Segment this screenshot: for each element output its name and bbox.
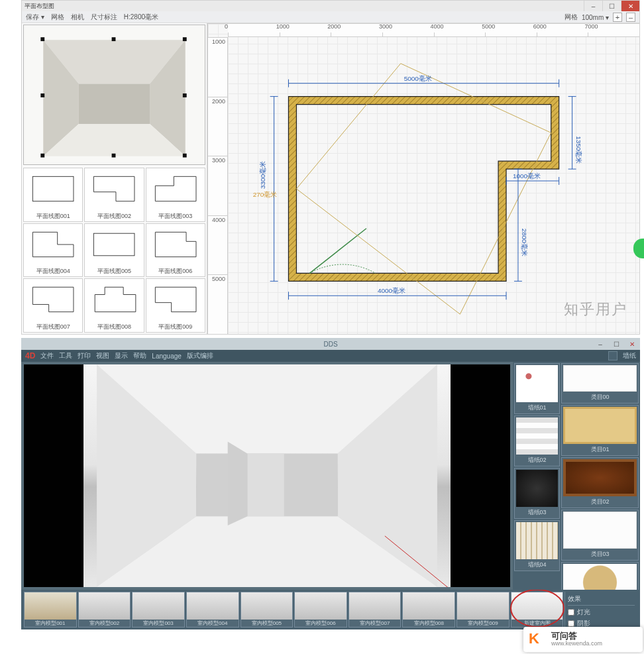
asset-thumb-new[interactable]: 新建室内图 (511, 592, 564, 627)
svg-rect-13 (183, 154, 187, 158)
bottom-window-title: DDS (323, 341, 337, 348)
left-panel: 平面线图001 平面线图002 平面线图003 平面线图004 平面线图005 … (22, 23, 207, 334)
grid-unit-dropdown[interactable]: 100mm ▾ (582, 14, 609, 21)
svg-text:5000毫米: 5000毫米 (404, 75, 432, 82)
kewenda-badge[interactable]: K 可问答 www.kewenda.com (523, 627, 643, 652)
top-menubar: 保存 ▾ 网格 相机 尺寸标注 H:2800毫米 (22, 11, 639, 23)
menu-view[interactable]: 视图 (96, 351, 109, 360)
minimize-button[interactable]: – (584, 1, 602, 11)
svg-text:270毫米: 270毫米 (253, 191, 278, 198)
svg-rect-9 (40, 93, 44, 97)
template-thumb[interactable]: 平面线图008 (84, 278, 144, 333)
template-thumb[interactable]: 平面线图009 (146, 278, 205, 333)
maximize-button[interactable]: ☐ (602, 1, 621, 11)
svg-marker-50 (228, 442, 248, 525)
bottom-titlebar[interactable]: DDS – ☐ ✕ (21, 338, 640, 350)
zhihu-watermark: 知乎用户 (564, 300, 627, 319)
material-swatch[interactable]: 类目01 (561, 405, 639, 456)
menu-show[interactable]: 显示 (115, 351, 128, 360)
grid-icon[interactable] (608, 351, 617, 360)
top-titlebar[interactable]: 平面布型图 – ☐ ✕ (22, 1, 639, 11)
asset-thumb[interactable]: 室内模型001 (24, 592, 77, 627)
material-swatch[interactable]: 墙纸03 (514, 468, 560, 519)
effects-panel: 效果 灯光 阴影 (564, 592, 637, 627)
material-swatch[interactable]: 类目00 (561, 363, 639, 404)
badge-url: www.kewenda.com (551, 641, 602, 647)
zoom-out-button[interactable]: – (626, 13, 635, 22)
light-toggle[interactable]: 灯光 (568, 608, 635, 617)
material-swatch[interactable]: 墙纸02 (514, 415, 560, 466)
menu-file[interactable]: 保存 ▾ (26, 13, 44, 22)
category-column: 类目00 类目01 类目02 类目03 类目04 (561, 363, 639, 588)
svg-rect-12 (112, 154, 116, 158)
dimensions: 5000毫米 1350毫米 1000毫米 2800毫米 4000毫米 3300毫… (253, 75, 582, 300)
wallpaper-column: 墙纸01 墙纸02 墙纸03 墙纸04 (514, 363, 560, 588)
svg-line-18 (309, 229, 366, 274)
material-swatch[interactable]: 类目02 (561, 457, 639, 508)
floorplan-canvas[interactable]: 0 1000 2000 3000 4000 5000 6000 7000 100… (207, 23, 639, 334)
menu-layout[interactable]: 版式编排 (187, 351, 213, 360)
viewport-right-margin (451, 364, 510, 587)
material-swatch[interactable]: 墙纸04 (514, 520, 560, 571)
menu-camera[interactable]: 相机 (71, 13, 84, 22)
material-swatch[interactable]: 类目03 (561, 510, 639, 561)
template-thumb[interactable]: 平面线图006 (146, 223, 205, 278)
asset-thumb[interactable]: 室内模型002 (78, 592, 131, 627)
svg-rect-14 (32, 176, 74, 201)
asset-thumb[interactable]: 室内模型009 (456, 592, 510, 627)
door[interactable] (309, 229, 376, 274)
bottom-menubar: 4D 文件 工具 打印 视图 显示 帮助 Language 版式编排 墙纸 (21, 350, 640, 362)
svg-text:2800毫米: 2800毫米 (521, 229, 528, 256)
bottom-app-window: DDS – ☐ ✕ 4D 文件 工具 打印 视图 显示 帮助 Language … (21, 338, 640, 629)
template-thumb[interactable]: 平面线图003 (146, 168, 205, 222)
close-button[interactable]: ✕ (624, 338, 640, 350)
template-thumb[interactable]: 平面线图005 (84, 223, 144, 278)
svg-rect-10 (183, 93, 187, 97)
svg-rect-8 (183, 37, 187, 41)
asset-thumb[interactable]: 室内模型008 (402, 592, 455, 627)
menu-dimensions[interactable]: 尺寸标注 (91, 13, 117, 22)
minimize-button[interactable]: – (592, 338, 608, 350)
template-thumb[interactable]: 平面线图007 (23, 278, 83, 333)
menu-print[interactable]: 打印 (78, 351, 91, 360)
room-render[interactable] (83, 364, 451, 587)
asset-thumb[interactable]: 室内模型003 (132, 592, 185, 627)
asset-thumb[interactable]: 室内模型006 (294, 592, 347, 627)
material-swatch[interactable]: 墙纸01 (514, 363, 560, 414)
maximize-button[interactable]: ☐ (608, 338, 624, 350)
material-panels: 墙纸01 墙纸02 墙纸03 墙纸04 类目00 类目01 类目02 类目03 … (513, 362, 640, 590)
template-thumb[interactable]: 平面线图004 (23, 223, 83, 278)
template-thumb[interactable]: 平面线图002 (84, 168, 144, 222)
viewport-3d[interactable] (24, 364, 510, 587)
asset-thumb[interactable]: 室内模型004 (186, 592, 239, 627)
menu-height[interactable]: H:2800毫米 (124, 13, 158, 22)
menu-tool[interactable]: 工具 (59, 351, 72, 360)
grid-label: 网格 (564, 13, 578, 22)
template-thumbnail-grid: 平面线图001 平面线图002 平面线图003 平面线图004 平面线图005 … (22, 166, 207, 334)
viewport-left-margin (24, 364, 83, 587)
svg-rect-6 (40, 37, 44, 41)
template-thumb[interactable]: 平面线图001 (23, 168, 83, 222)
preview-3d-viewport[interactable] (23, 25, 205, 165)
svg-text:3300毫米: 3300毫米 (259, 161, 266, 189)
svg-rect-7 (112, 37, 116, 41)
side-tab-label[interactable]: 墙纸 (623, 351, 636, 360)
close-button[interactable]: ✕ (621, 1, 639, 11)
svg-marker-4 (79, 83, 150, 123)
menu-language[interactable]: Language (152, 353, 182, 360)
menu-help[interactable]: 帮助 (133, 351, 146, 360)
zoom-in-button[interactable]: + (613, 13, 622, 22)
svg-rect-15 (94, 233, 135, 256)
app-logo: 4D (25, 351, 35, 360)
svg-marker-49 (247, 453, 284, 516)
floorplan-svg[interactable]: 5000毫米 1350毫米 1000毫米 2800毫米 4000毫米 3300毫… (228, 37, 639, 334)
asset-thumbnail-strip[interactable]: 室内模型001 室内模型002 室内模型003 室内模型004 室内模型005 … (21, 590, 640, 629)
svg-text:1350毫米: 1350毫米 (575, 136, 582, 164)
menu-file[interactable]: 文件 (40, 351, 54, 360)
ruler-vertical: 1000 2000 3000 4000 5000 (208, 37, 228, 334)
asset-thumb[interactable]: 室内模型005 (241, 592, 294, 627)
asset-thumb[interactable]: 室内模型007 (349, 592, 402, 627)
menu-grid[interactable]: 网格 (51, 13, 64, 22)
svg-text:1000毫米: 1000毫米 (513, 172, 541, 180)
top-window-title: 平面布型图 (25, 2, 54, 11)
